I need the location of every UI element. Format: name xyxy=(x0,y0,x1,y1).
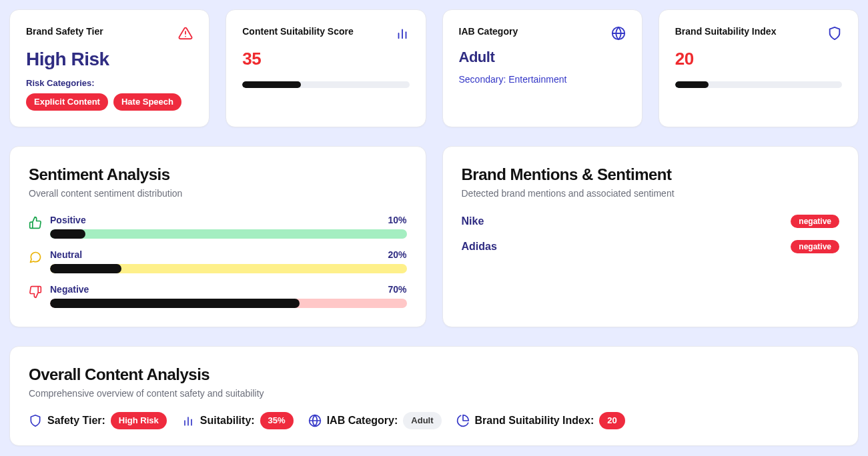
card-value: High Risk xyxy=(26,49,193,70)
card-sentiment-analysis: Sentiment Analysis Overall content senti… xyxy=(9,146,426,327)
sentiment-label: Positive xyxy=(50,215,86,225)
overall-badge: 20 xyxy=(599,412,624,429)
shield-icon xyxy=(29,414,42,427)
overall-item-suitability: Suitability: 35% xyxy=(181,412,294,429)
risk-chip: Hate Speech xyxy=(113,93,181,111)
shield-icon xyxy=(827,26,842,41)
brand-mention-row: Adidas negative xyxy=(462,240,840,253)
section-title: Brand Mentions & Sentiment xyxy=(462,165,840,184)
card-title: Brand Safety Tier xyxy=(26,26,103,37)
overall-badge: High Risk xyxy=(111,412,167,429)
overall-item-safety: Safety Tier: High Risk xyxy=(29,412,167,429)
sentiment-row-neutral: Neutral 20% xyxy=(29,249,407,273)
sentiment-bar xyxy=(50,264,407,273)
card-value: Adult xyxy=(459,49,626,66)
section-subtitle: Overall content sentiment distribution xyxy=(29,188,407,199)
middle-row: Sentiment Analysis Overall content senti… xyxy=(9,146,859,327)
card-suitability-score: Content Suitability Score 35 xyxy=(226,9,426,127)
pie-chart-icon xyxy=(456,414,470,427)
sentiment-percent: 20% xyxy=(388,249,406,260)
globe-icon xyxy=(308,414,322,427)
overall-label: Safety Tier: xyxy=(47,415,105,427)
card-value: 35 xyxy=(242,49,409,69)
risk-categories-label: Risk Categories: xyxy=(26,78,193,88)
risk-chip: Explicit Content xyxy=(26,93,108,111)
thumbs-up-icon xyxy=(29,216,42,229)
sentiment-percent: 10% xyxy=(388,215,406,225)
globe-icon xyxy=(611,26,626,41)
brand-name: Adidas xyxy=(462,241,497,253)
overall-item-iab: IAB Category: Adult xyxy=(308,412,442,429)
bar-chart-icon xyxy=(395,26,410,41)
section-subtitle: Detected brand mentions and associated s… xyxy=(462,188,840,199)
sentiment-label: Neutral xyxy=(50,249,82,260)
card-iab-category: IAB Category Adult Secondary: Entertainm… xyxy=(442,9,642,127)
card-brand-suitability-index: Brand Suitability Index 20 xyxy=(659,9,859,127)
sentiment-label: Negative xyxy=(50,284,89,295)
thumbs-down-icon xyxy=(29,285,42,299)
card-brand-safety: Brand Safety Tier High Risk Risk Categor… xyxy=(9,9,209,127)
sentiment-pill: negative xyxy=(791,240,839,253)
sentiment-pill: negative xyxy=(791,215,839,228)
card-title: IAB Category xyxy=(459,26,518,37)
sentiment-percent: 70% xyxy=(388,284,406,295)
card-title: Brand Suitability Index xyxy=(675,26,777,37)
sentiment-bar xyxy=(50,299,407,308)
brand-mention-row: Nike negative xyxy=(462,215,840,228)
sentiment-row-negative: Negative 70% xyxy=(29,284,407,308)
section-title: Overall Content Analysis xyxy=(29,365,839,384)
section-title: Sentiment Analysis xyxy=(29,165,407,184)
overall-label: Brand Suitability Index: xyxy=(475,415,594,427)
bar-chart-icon xyxy=(181,414,195,427)
card-title: Content Suitability Score xyxy=(242,26,353,37)
sentiment-bar xyxy=(50,229,407,239)
overall-summary-row: Safety Tier: High Risk Suitability: 35% xyxy=(29,412,839,429)
alert-triangle-icon xyxy=(178,26,193,41)
sentiment-row-positive: Positive 10% xyxy=(29,215,407,239)
bsi-progress xyxy=(675,81,842,88)
overall-label: Suitability: xyxy=(200,415,255,427)
overall-badge: 35% xyxy=(260,412,294,429)
card-value: 20 xyxy=(675,49,842,69)
overall-badge: Adult xyxy=(403,412,441,429)
overall-label: IAB Category: xyxy=(327,415,398,427)
suitability-progress xyxy=(242,81,409,88)
card-overall-analysis: Overall Content Analysis Comprehensive o… xyxy=(9,346,859,446)
iab-secondary: Secondary: Entertainment xyxy=(459,74,626,85)
card-brand-mentions: Brand Mentions & Sentiment Detected bran… xyxy=(442,146,859,327)
chat-bubble-icon xyxy=(29,251,42,264)
brand-name: Nike xyxy=(462,215,484,227)
risk-chip-row: Explicit Content Hate Speech xyxy=(26,93,193,111)
section-subtitle: Comprehensive overview of content safety… xyxy=(29,388,839,399)
top-stat-row: Brand Safety Tier High Risk Risk Categor… xyxy=(9,9,859,127)
overall-item-bsi: Brand Suitability Index: 20 xyxy=(456,412,625,429)
